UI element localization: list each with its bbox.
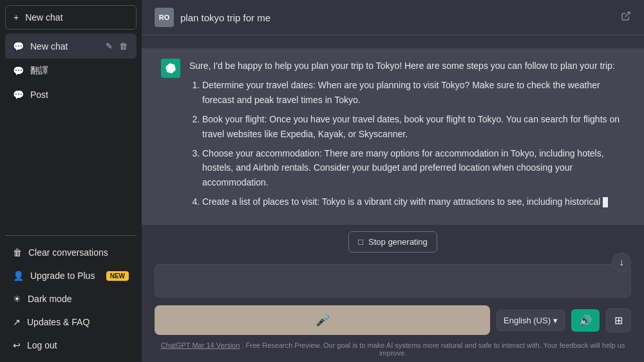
sidebar-item-chat-2[interactable]: 💬 翻譯: [5, 59, 137, 83]
trash-icon: 🗑: [13, 247, 22, 258]
bottom-bar: 🎤 English (US) ▾ 🔊 ⊞: [142, 301, 644, 339]
chevron-down-icon: ▾: [553, 316, 558, 325]
logout-icon: ↩: [13, 340, 21, 350]
sidebar-item-chat-3[interactable]: 💬 Post: [5, 83, 137, 106]
share-icon[interactable]: [621, 11, 631, 24]
chat-title: plan tokyo trip for me: [180, 12, 270, 23]
language-selector[interactable]: English (US) ▾: [497, 310, 565, 331]
microphone-button[interactable]: 🎤: [155, 305, 490, 335]
new-badge: NEW: [106, 271, 129, 281]
delete-chat-button[interactable]: 🗑: [118, 40, 129, 52]
message-content: Sure, I'd be happy to help you plan your…: [161, 59, 625, 214]
sidebar: + New chat 💬 New chat ✎ 🗑 💬 翻譯 💬 Post: [0, 0, 142, 362]
typing-cursor: [603, 197, 608, 207]
stop-generating-button[interactable]: □ Stop generating: [348, 231, 437, 252]
edit-chat-button[interactable]: ✎: [104, 40, 114, 52]
message-assistant: Sure, I'd be happy to help you plan your…: [142, 48, 644, 225]
sidebar-item-chat-1[interactable]: 💬 New chat ✎ 🗑: [5, 33, 137, 59]
language-label: English (US): [504, 316, 551, 325]
chat-list: 💬 New chat ✎ 🗑 💬 翻譯 💬 Post: [5, 33, 137, 235]
external-link-icon: ↗: [13, 317, 21, 327]
list-item: Book your flight: Once you have your tra…: [202, 112, 625, 141]
footer-link[interactable]: ChatGPT Mar 14 Version: [161, 341, 240, 349]
chat-header-left: RO plan tokyo trip for me: [155, 8, 270, 27]
input-area: [142, 258, 644, 301]
stop-label: Stop generating: [368, 237, 428, 247]
upgrade-to-plus-button[interactable]: 👤 Upgrade to Plus NEW: [5, 264, 137, 287]
new-chat-label: New chat: [25, 12, 62, 23]
sun-icon: ☀: [13, 294, 21, 304]
chat-bubble-icon-2: 💬: [13, 66, 24, 76]
user-avatar: RO: [155, 8, 174, 27]
list-item: Create a list of places to visit: Tokyo …: [202, 195, 625, 209]
messages-container: Sure, I'd be happy to help you plan your…: [142, 35, 644, 226]
sidebar-bottom: 🗑 Clear conversations 👤 Upgrade to Plus …: [5, 235, 137, 357]
updates-faq-button[interactable]: ↗ Updates & FAQ: [5, 310, 137, 334]
svg-line-0: [625, 12, 630, 17]
message-text: Sure, I'd be happy to help you plan your…: [189, 59, 625, 214]
user-icon: 👤: [13, 271, 24, 281]
new-chat-button[interactable]: + New chat: [5, 5, 137, 30]
chat-item-label-2: 翻譯: [30, 65, 48, 77]
stop-generating-bar: □ Stop generating: [142, 226, 644, 258]
grid-button[interactable]: ⊞: [606, 309, 631, 332]
list-item: Choose your accommodation: There are man…: [202, 146, 625, 189]
clear-label: Clear conversations: [28, 247, 108, 258]
logout-label: Log out: [27, 340, 57, 350]
mic-icon: 🎤: [316, 313, 330, 327]
audio-button[interactable]: 🔊: [571, 309, 600, 332]
dark-mode-label: Dark mode: [28, 294, 71, 304]
footer-note: ChatGPT Mar 14 Version . Free Research P…: [142, 339, 644, 362]
footer-text: . Free Research Preview. Our goal is to …: [242, 341, 625, 357]
clear-conversations-button[interactable]: 🗑 Clear conversations: [5, 241, 137, 264]
stop-icon: □: [358, 237, 363, 247]
chat-bubble-icon-3: 💬: [13, 90, 24, 100]
message-list: Determine your travel dates: When are yo…: [189, 78, 625, 209]
chat-item-label-3: Post: [30, 90, 48, 100]
app-container: + New chat 💬 New chat ✎ 🗑 💬 翻譯 💬 Post: [0, 0, 644, 362]
upgrade-label: Upgrade to Plus: [30, 271, 95, 281]
chat-bubble-icon: 💬: [13, 41, 24, 52]
audio-icon: 🔊: [579, 315, 592, 326]
gpt-avatar: [161, 59, 180, 78]
logout-button[interactable]: ↩ Log out: [5, 334, 137, 357]
input-wrapper: [155, 264, 631, 298]
dark-mode-button[interactable]: ☀ Dark mode: [5, 287, 137, 310]
chat-item-actions: ✎ 🗑: [104, 40, 129, 52]
message-intro: Sure, I'd be happy to help you plan your…: [189, 59, 625, 73]
scroll-down-button[interactable]: ↓: [612, 252, 631, 272]
chat-header: RO plan tokyo trip for me: [142, 0, 644, 35]
chevron-down-icon: ↓: [619, 256, 624, 268]
plus-icon: +: [14, 12, 19, 23]
list-item: Determine your travel dates: When are yo…: [202, 78, 625, 107]
grid-icon: ⊞: [614, 315, 623, 326]
faq-label: Updates & FAQ: [27, 317, 90, 327]
main-content: RO plan tokyo trip for me: [142, 0, 644, 362]
message-input[interactable]: [166, 273, 620, 289]
chat-item-label: New chat: [30, 41, 68, 52]
